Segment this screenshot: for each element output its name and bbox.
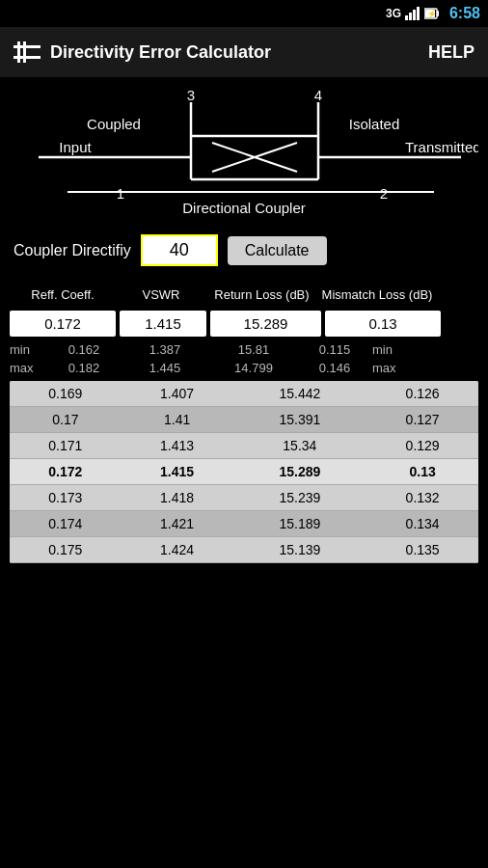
- max-mismatch-loss: 0.146: [301, 361, 368, 375]
- table-cell: 15.189: [232, 510, 366, 536]
- transmitted-label: Transmitted: [405, 139, 478, 155]
- table-cell: 0.126: [366, 381, 478, 407]
- svg-text:⚡: ⚡: [427, 9, 437, 18]
- table-cell: 0.132: [366, 484, 478, 510]
- header-reff-coeff: Reff. Coeff.: [10, 287, 116, 303]
- data-table-container: 0.1691.40715.4420.1260.171.4115.3910.127…: [10, 381, 478, 563]
- calculate-button[interactable]: Calculate: [228, 236, 327, 265]
- table-cell: 0.135: [366, 536, 478, 562]
- table-cell: 0.129: [366, 432, 478, 458]
- table-cell: 0.134: [366, 510, 478, 536]
- header-mismatch-loss: Mismatch Loss (dB): [319, 287, 435, 303]
- min-return-loss: 15.81: [210, 342, 297, 357]
- min-reff-coeff: 0.162: [48, 342, 120, 357]
- main-vswr: 1.415: [120, 311, 206, 337]
- min-label-right: min: [372, 342, 393, 357]
- table-cell: 1.413: [122, 432, 233, 458]
- table-cell: 1.424: [122, 536, 233, 562]
- table-row: 0.1711.41315.340.129: [10, 432, 478, 458]
- coupled-label: Coupled: [87, 116, 141, 132]
- status-time: 6:58: [449, 5, 480, 22]
- main-values-row: 0.172 1.415 15.289 0.13: [8, 307, 480, 340]
- table-cell: 15.391: [232, 406, 366, 432]
- port2-label: 2: [380, 185, 388, 202]
- table-cell: 1.415: [122, 458, 233, 484]
- coupler-directivity-label: Coupler Directifiy: [14, 242, 131, 259]
- calculator-area: Coupler Directifiy Calculate: [0, 227, 488, 284]
- svg-rect-11: [23, 41, 26, 63]
- results-table-area: Reff. Coeff. VSWR Return Loss (dB) Misma…: [0, 284, 488, 563]
- main-return-loss: 15.289: [210, 311, 321, 337]
- signal-icon: [405, 7, 420, 20]
- table-cell: 0.175: [10, 536, 122, 562]
- max-row: max 0.182 1.445 14.799 0.146 max: [8, 359, 480, 377]
- status-bar: 3G ⚡ 6:58: [0, 0, 488, 27]
- isolated-label: Isolated: [349, 116, 400, 132]
- table-cell: 15.289: [232, 458, 366, 484]
- max-vswr: 1.445: [123, 361, 206, 375]
- battery-icon: ⚡: [424, 7, 440, 20]
- port3-label: 3: [187, 87, 195, 103]
- svg-rect-3: [417, 7, 420, 20]
- main-mismatch-loss: 0.13: [325, 311, 441, 337]
- max-reff-coeff: 0.182: [48, 361, 120, 375]
- table-cell: 0.169: [10, 381, 122, 407]
- port1-label: 1: [117, 185, 124, 202]
- max-label-right: max: [372, 361, 396, 375]
- svg-rect-5: [437, 11, 439, 16]
- help-button[interactable]: HELP: [428, 42, 474, 63]
- table-cell: 0.171: [10, 432, 122, 458]
- svg-rect-0: [405, 15, 408, 20]
- max-label: max: [10, 361, 44, 375]
- header-return-loss: Return Loss (dB): [206, 287, 317, 303]
- table-cell: 0.17: [10, 406, 122, 432]
- title-bar: Directivity Error Calculator HELP: [0, 27, 488, 77]
- table-cell: 15.34: [232, 432, 366, 458]
- app-title: Directivity Error Calculator: [50, 42, 271, 63]
- network-indicator: 3G: [386, 7, 401, 20]
- max-return-loss: 14.799: [210, 361, 297, 375]
- min-mismatch-loss: 0.115: [301, 342, 368, 357]
- table-cell: 1.407: [122, 381, 233, 407]
- svg-rect-2: [413, 10, 416, 20]
- title-left: Directivity Error Calculator: [14, 41, 271, 63]
- table-cell: 1.418: [122, 484, 233, 510]
- coupler-diagram: 3 4 Coupled Isolated Input Transmitted 1: [0, 77, 488, 227]
- table-row: 0.171.4115.3910.127: [10, 406, 478, 432]
- main-reff-coeff: 0.172: [10, 311, 116, 337]
- table-cell: 0.13: [366, 458, 478, 484]
- coupler-directivity-input[interactable]: [141, 234, 218, 266]
- coupler-directivity-row: Coupler Directifiy Calculate: [14, 234, 474, 266]
- port4-label: 4: [314, 87, 322, 103]
- table-cell: 1.41: [122, 406, 233, 432]
- header-vswr: VSWR: [118, 287, 204, 303]
- table-headers: Reff. Coeff. VSWR Return Loss (dB) Misma…: [8, 284, 480, 307]
- min-vswr: 1.387: [123, 342, 206, 357]
- table-cell: 0.172: [10, 458, 122, 484]
- table-row: 0.1691.40715.4420.126: [10, 381, 478, 407]
- table-cell: 0.127: [366, 406, 478, 432]
- table-cell: 15.139: [232, 536, 366, 562]
- directional-coupler-label: Directional Coupler: [182, 200, 306, 216]
- table-cell: 15.442: [232, 381, 366, 407]
- app-icon: [14, 41, 41, 63]
- table-cell: 1.421: [122, 510, 233, 536]
- input-label: Input: [59, 139, 92, 155]
- table-row: 0.1721.41515.2890.13: [10, 458, 478, 484]
- data-table: 0.1691.40715.4420.1260.171.4115.3910.127…: [10, 381, 478, 563]
- table-row: 0.1731.41815.2390.132: [10, 484, 478, 510]
- table-row: 0.1751.42415.1390.135: [10, 536, 478, 562]
- svg-rect-10: [17, 41, 20, 63]
- min-row: min 0.162 1.387 15.81 0.115 min: [8, 340, 480, 359]
- table-row: 0.1741.42115.1890.134: [10, 510, 478, 536]
- table-cell: 0.174: [10, 510, 122, 536]
- min-label: min: [10, 342, 44, 357]
- directional-coupler-svg: 3 4 Coupled Isolated Input Transmitted 1: [10, 83, 478, 223]
- svg-rect-1: [409, 13, 412, 20]
- status-icons: 3G ⚡ 6:58: [386, 5, 480, 22]
- table-cell: 15.239: [232, 484, 366, 510]
- table-cell: 0.173: [10, 484, 122, 510]
